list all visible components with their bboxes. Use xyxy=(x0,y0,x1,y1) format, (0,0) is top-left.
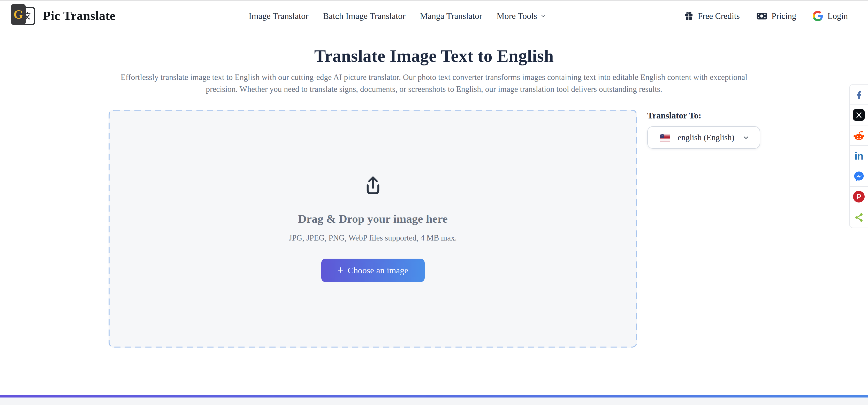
nav-label: Image Translator xyxy=(249,11,308,21)
header-actions: Free Credits Pricing xyxy=(684,1,848,31)
section-divider-gradient xyxy=(0,395,868,398)
x-twitter-icon xyxy=(853,109,865,121)
share-nodes-icon xyxy=(854,212,864,223)
share-x-twitter-button[interactable] xyxy=(850,105,868,125)
nav-image-translator[interactable]: Image Translator xyxy=(249,11,308,21)
pic-translate-logo-icon: G xyxy=(11,4,36,27)
nav-label: More Tools xyxy=(497,11,537,21)
nav-manga-translator[interactable]: Manga Translator xyxy=(420,11,482,21)
selected-language: english (English) xyxy=(670,133,742,142)
logo-g-card: G xyxy=(11,4,26,25)
image-dropzone[interactable]: Drag & Drop your image here JPG, JPEG, P… xyxy=(108,110,637,348)
logo-g-glyph: G xyxy=(13,8,23,21)
target-language-dropdown[interactable]: english (English) xyxy=(647,126,760,149)
upload-icon xyxy=(361,175,385,199)
page-title: Translate Image Text to English xyxy=(0,46,868,66)
pricing-button[interactable]: Pricing xyxy=(756,11,796,21)
translator-panel: Translator To: english (English) xyxy=(647,111,760,149)
plus-icon: + xyxy=(338,265,344,275)
gift-icon xyxy=(684,11,693,21)
dropzone-title: Drag & Drop your image here xyxy=(298,212,448,226)
share-linkedin-button[interactable]: in xyxy=(850,146,868,166)
login-label: Login xyxy=(828,11,848,21)
nav-label: Batch Image Translator xyxy=(323,11,405,21)
google-icon xyxy=(813,11,823,21)
share-messenger-button[interactable] xyxy=(850,166,868,187)
translator-to-label: Translator To: xyxy=(647,111,760,120)
share-pinterest-button[interactable]: P xyxy=(850,187,868,207)
dropzone-hint: JPG, JPEG, PNG, WebP files supported, 4 … xyxy=(289,233,457,242)
pinterest-icon: P xyxy=(853,191,865,202)
next-section-top xyxy=(0,398,868,405)
facebook-icon xyxy=(853,89,865,100)
reddit-icon xyxy=(853,130,865,141)
dropzone-content: Drag & Drop your image here JPG, JPEG, P… xyxy=(108,110,637,348)
pic-translate-page: G Pic Translate Image Translator Batch I… xyxy=(0,0,868,405)
login-button[interactable]: Login xyxy=(813,11,848,21)
linkedin-icon: in xyxy=(855,151,863,161)
money-icon xyxy=(756,11,767,21)
social-share-bar: in P xyxy=(849,84,868,228)
share-more-button[interactable] xyxy=(850,207,868,228)
chevron-down-icon xyxy=(742,134,750,142)
nav-batch-image-translator[interactable]: Batch Image Translator xyxy=(323,11,405,21)
free-credits-label: Free Credits xyxy=(698,11,740,21)
choose-image-button[interactable]: + Choose an image xyxy=(321,259,425,282)
brand-name: Pic Translate xyxy=(43,8,116,23)
chevron-down-icon xyxy=(540,13,547,19)
free-credits-button[interactable]: Free Credits xyxy=(684,11,740,21)
header: G Pic Translate Image Translator Batch I… xyxy=(0,1,868,31)
choose-image-label: Choose an image xyxy=(348,266,408,276)
nav-more-tools[interactable]: More Tools xyxy=(497,11,547,21)
us-flag-icon xyxy=(660,134,670,142)
messenger-icon xyxy=(853,170,865,182)
share-facebook-button[interactable] xyxy=(850,85,868,105)
share-reddit-button[interactable] xyxy=(850,125,868,146)
main-nav: Image Translator Batch Image Translator … xyxy=(249,1,547,31)
page-subtitle: Effortlessly translate image text to Eng… xyxy=(115,71,753,95)
nav-label: Manga Translator xyxy=(420,11,482,21)
pricing-label: Pricing xyxy=(772,11,796,21)
brand[interactable]: G Pic Translate xyxy=(11,4,116,27)
